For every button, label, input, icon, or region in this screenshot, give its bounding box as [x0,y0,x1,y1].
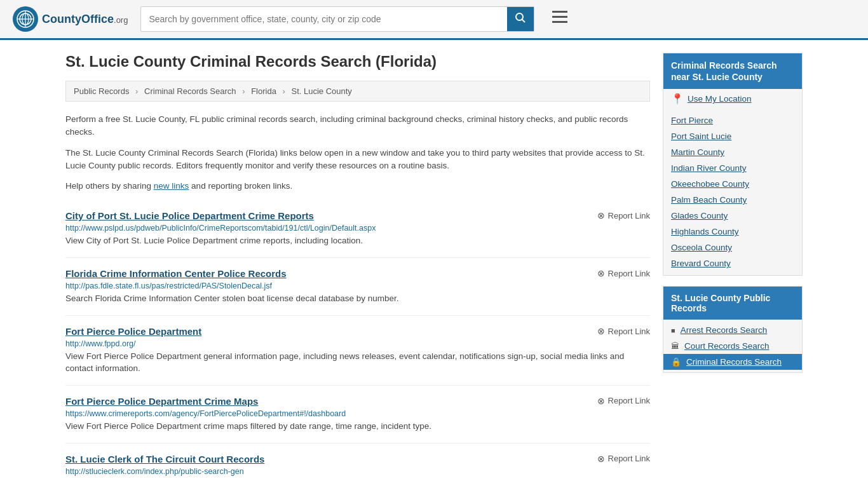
nearby-link-3[interactable]: Indian River County [671,163,747,173]
result-title-1[interactable]: Florida Crime Information Center Police … [65,268,287,279]
criminal-icon: 🔒 [671,357,681,367]
report-link-2[interactable]: ⊗ Report Link [597,326,650,336]
site-header: CountyOffice.org [0,0,868,40]
search-icon [515,12,526,24]
records-item-1: 🏛 Court Records Search [663,338,802,354]
result-item-2: Fort Pierce Police Department ⊗ Report L… [65,316,650,386]
result-desc-1: Search Florida Crime Information Center … [65,293,650,305]
nearby-link-2[interactable]: Martin County [671,147,724,157]
results-list: City of Port St. Lucie Police Department… [65,200,650,488]
search-bar [140,6,534,32]
result-desc-2: View Fort Pierce Police Department gener… [65,351,650,375]
nearby-item-9: Brevard County [663,255,802,271]
svg-rect-7 [552,11,567,13]
result-title-4[interactable]: St. Lucie Clerk of The Circuit Court Rec… [65,454,264,464]
new-links-link[interactable]: new links [154,181,189,191]
result-url-3[interactable]: https://www.crimereports.com/agency/Fort… [65,409,650,418]
nearby-item-1: Port Saint Lucie [663,128,802,144]
records-link-2[interactable]: Criminal Records Search [686,357,782,367]
report-icon-2: ⊗ [597,326,605,336]
breadcrumb-florida[interactable]: Florida [251,86,276,96]
result-url-4[interactable]: http://stlucieclerk.com/index.php/public… [65,467,650,476]
report-link-0[interactable]: ⊗ Report Link [597,210,650,220]
nearby-link-9[interactable]: Brevard County [671,259,731,268]
breadcrumb-sep-2: › [242,86,245,96]
page-title: St. Lucie County Criminal Records Search… [65,53,650,71]
nearby-header: Criminal Records Search near St. Lucie C… [663,53,802,89]
location-pin-icon: 📍 [671,93,684,105]
report-icon-3: ⊗ [597,396,605,406]
sidebar: Criminal Records Search near St. Lucie C… [663,53,803,488]
nearby-list: Fort Pierce Port Saint Lucie Martin Coun… [663,109,802,275]
logo-text: CountyOffice.org [42,13,128,26]
public-records-header: St. Lucie County Public Records [663,287,802,320]
nearby-item-2: Martin County [663,144,802,160]
result-item-4: St. Lucie Clerk of The Circuit Court Rec… [65,444,650,488]
report-link-3[interactable]: ⊗ Report Link [597,396,650,406]
nearby-link-8[interactable]: Osceola County [671,243,732,252]
result-url-1[interactable]: http://pas.fdle.state.fl.us/pas/restrict… [65,281,650,290]
nearby-item-4: Okeechobee County [663,176,802,192]
nearby-link-0[interactable]: Fort Pierce [671,116,713,125]
logo-area: CountyOffice.org [13,6,128,32]
nearby-link-6[interactable]: Glades County [671,211,728,220]
nearby-item-0: Fort Pierce [663,112,802,128]
report-link-4[interactable]: ⊗ Report Link [597,454,650,464]
records-link-1[interactable]: Court Records Search [684,341,770,351]
records-item-0: ■ Arrest Records Search [663,322,802,338]
nearby-item-5: Palm Beach County [663,192,802,208]
hamburger-icon [552,11,567,24]
report-icon-1: ⊗ [597,268,605,278]
report-icon-0: ⊗ [597,210,605,220]
result-title-0[interactable]: City of Port St. Lucie Police Department… [65,210,314,221]
breadcrumb-st-lucie[interactable]: St. Lucie County [291,86,351,96]
description-1: Perform a free St. Lucie County, FL publ… [65,113,650,139]
report-icon-4: ⊗ [597,454,605,464]
nearby-link-4[interactable]: Okeechobee County [671,179,749,189]
desc3-prefix: Help others by sharing [65,181,154,191]
records-item-2: 🔒 Criminal Records Search [663,354,802,370]
logo-icon [13,6,38,32]
result-desc-3: View Fort Pierce Police Department crime… [65,421,650,433]
use-location-link[interactable]: Use My Location [688,94,752,104]
result-url-0[interactable]: http://www.pslpd.us/pdweb/PublicInfo/Cri… [65,224,650,233]
search-button[interactable] [507,7,534,31]
content-area: St. Lucie County Criminal Records Search… [65,53,650,488]
public-records-section: St. Lucie County Public Records ■ Arrest… [663,286,803,373]
desc3-suffix: and reporting broken links. [189,181,292,191]
nearby-link-1[interactable]: Port Saint Lucie [671,132,731,141]
result-title-3[interactable]: Fort Pierce Police Department Crime Maps [65,396,258,407]
records-link-0[interactable]: Arrest Records Search [681,325,768,335]
use-location-row: 📍 Use My Location [663,89,802,109]
svg-line-6 [522,20,526,23]
svg-point-5 [516,13,523,20]
svg-rect-8 [552,16,567,18]
nearby-link-7[interactable]: Highlands County [671,227,739,236]
report-link-1[interactable]: ⊗ Report Link [597,268,650,278]
result-desc-0: View City of Port St. Lucie Police Depar… [65,235,650,247]
result-item-1: Florida Crime Information Center Police … [65,258,650,316]
public-records-list: ■ Arrest Records Search 🏛 Court Records … [663,320,802,372]
result-url-2[interactable]: http://www.fppd.org/ [65,339,650,348]
nearby-item-6: Glades County [663,208,802,224]
result-item-0: City of Port St. Lucie Police Department… [65,200,650,258]
result-item-3: Fort Pierce Police Department Crime Maps… [65,386,650,444]
description-3: Help others by sharing new links and rep… [65,180,650,193]
result-title-2[interactable]: Fort Pierce Police Department [65,326,201,337]
breadcrumb-criminal-records[interactable]: Criminal Records Search [144,86,236,96]
arrest-icon: ■ [671,327,675,334]
menu-button[interactable] [547,8,573,30]
breadcrumb-sep-1: › [135,86,138,96]
breadcrumb-public-records[interactable]: Public Records [74,86,129,96]
breadcrumb: Public Records › Criminal Records Search… [65,81,650,102]
description-2: The St. Lucie County Criminal Records Se… [65,147,650,173]
court-icon: 🏛 [671,341,679,351]
nearby-item-8: Osceola County [663,240,802,255]
nearby-link-5[interactable]: Palm Beach County [671,195,747,205]
main-container: St. Lucie County Criminal Records Search… [53,40,815,488]
nearby-section: Criminal Records Search near St. Lucie C… [663,53,803,276]
nearby-item-3: Indian River County [663,160,802,176]
nearby-item-7: Highlands County [663,224,802,240]
search-input[interactable] [141,9,507,29]
breadcrumb-sep-3: › [283,86,285,96]
